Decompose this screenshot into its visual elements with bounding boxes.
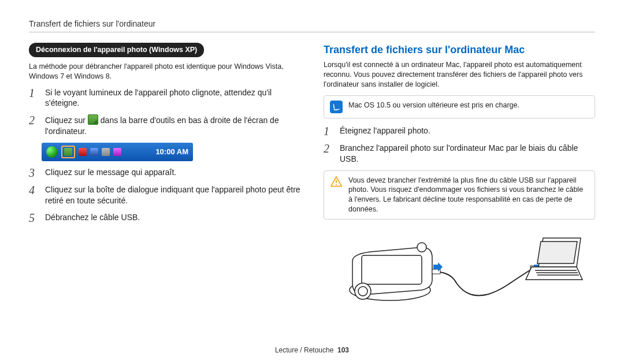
step-text: Si le voyant lumineux de l'appareil phot… xyxy=(45,87,300,109)
volume-icon xyxy=(102,148,110,156)
windows-taskbar-screenshot: 10:00 AM xyxy=(42,143,193,161)
running-header: Transfert de fichiers sur l'ordinateur xyxy=(29,18,595,29)
warning-note-box: Vous devez brancher l'extrémité la plus … xyxy=(324,170,595,220)
step-1: 1 Éteignez l'appareil photo. xyxy=(324,125,595,137)
left-steps-continued: 3 Cliquez sur le message qui apparaît. 4… xyxy=(29,167,300,224)
step-3: 3 Cliquez sur le message qui apparaît. xyxy=(29,167,300,179)
step-text: Éteignez l'appareil photo. xyxy=(340,125,430,136)
header-rule xyxy=(29,32,595,32)
tray-highlight-box xyxy=(61,146,75,158)
svg-rect-3 xyxy=(362,255,422,284)
camera-to-laptop-diagram-svg xyxy=(335,226,584,307)
usb-connection-diagram xyxy=(324,226,595,310)
right-column: Transfert de fichiers sur l'ordinateur M… xyxy=(324,43,595,310)
page-footer: Lecture / Retouche 103 xyxy=(0,346,624,355)
step-number: 2 xyxy=(29,114,39,126)
left-steps: 1 Si le voyant lumineux de l'appareil ph… xyxy=(29,87,300,138)
security-shield-icon xyxy=(79,148,87,156)
step-1: 1 Si le voyant lumineux de l'appareil ph… xyxy=(29,87,300,109)
step-number: 4 xyxy=(29,184,39,196)
svg-point-6 xyxy=(417,243,426,252)
warning-note-text: Vous devez brancher l'extrémité la plus … xyxy=(348,176,589,215)
step2-pre: Cliquez sur xyxy=(45,116,88,125)
svg-rect-1 xyxy=(336,184,337,185)
taskbar-clock: 10:00 AM xyxy=(155,147,188,157)
network-icon xyxy=(113,148,121,156)
info-note-box: Mac OS 10.5 ou version ultérieure est pr… xyxy=(324,95,595,118)
svg-point-5 xyxy=(358,287,367,296)
left-intro: La méthode pour débrancher l'appareil ph… xyxy=(29,62,300,81)
step-text: Cliquez sur le message qui apparaît. xyxy=(45,167,176,178)
step-2: 2 Cliquez sur dans la barre d'outils en … xyxy=(29,114,300,137)
left-column: Déconnexion de l'appareil photo (Windows… xyxy=(29,43,300,310)
subsection-pill: Déconnexion de l'appareil photo (Windows… xyxy=(29,43,204,57)
safely-remove-hardware-icon xyxy=(64,148,72,156)
step-2: 2 Branchez l'appareil photo sur l'ordina… xyxy=(324,143,595,165)
right-heading: Transfert de fichiers sur l'ordinateur M… xyxy=(324,43,595,57)
warning-icon xyxy=(330,176,343,188)
step-number: 5 xyxy=(29,212,39,224)
step-text: Débranchez le câble USB. xyxy=(45,212,140,223)
right-steps: 1 Éteignez l'appareil photo. 2 Branchez … xyxy=(324,125,595,165)
info-icon xyxy=(330,101,343,113)
step-text: Cliquez sur dans la barre d'outils en ba… xyxy=(45,114,300,137)
step-number: 1 xyxy=(29,87,39,99)
two-column-layout: Déconnexion de l'appareil photo (Windows… xyxy=(29,43,595,310)
step-number: 2 xyxy=(324,143,334,154)
safely-remove-hardware-icon xyxy=(88,114,98,125)
svg-rect-0 xyxy=(336,180,337,183)
step-5: 5 Débranchez le câble USB. xyxy=(29,212,300,224)
info-note-text: Mac OS 10.5 ou version ultérieure est pr… xyxy=(348,101,519,110)
step-4: 4 Cliquez sur la boîte de dialogue indiq… xyxy=(29,184,300,206)
right-intro: Lorsqu'il est connecté à un ordinateur M… xyxy=(324,60,595,90)
manual-page: Transfert de fichiers sur l'ordinateur D… xyxy=(0,0,624,364)
footer-section: Lecture / Retouche xyxy=(275,346,333,354)
step-text: Branchez l'appareil photo sur l'ordinate… xyxy=(340,143,595,165)
start-button-icon xyxy=(46,146,58,158)
step-number: 3 xyxy=(29,167,39,179)
step-text: Cliquez sur la boîte de dialogue indiqua… xyxy=(45,184,300,206)
footer-page-number: 103 xyxy=(337,346,349,354)
step-number: 1 xyxy=(324,125,334,137)
display-icon xyxy=(90,148,98,156)
